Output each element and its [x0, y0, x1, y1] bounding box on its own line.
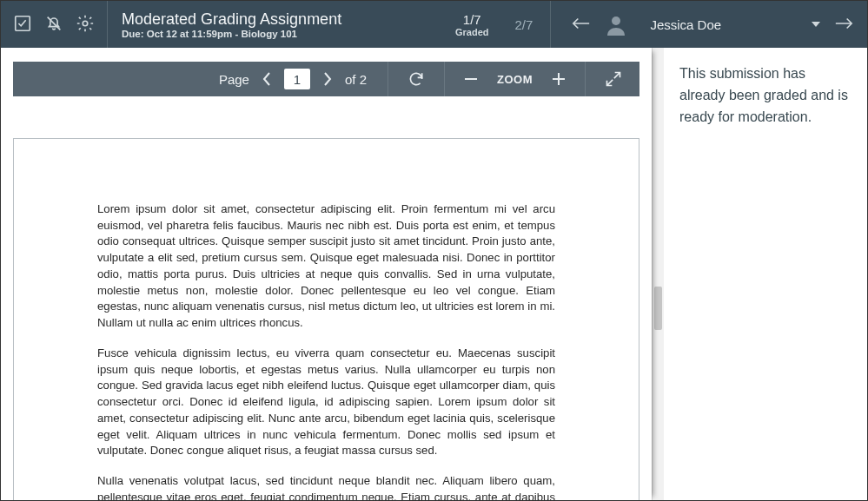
prev-page-chevron-icon[interactable] — [262, 71, 272, 87]
svg-point-2 — [83, 21, 88, 26]
prev-student-arrow-icon[interactable] — [572, 16, 591, 33]
page-number-input[interactable] — [284, 69, 310, 89]
document-paragraph: Nulla venenatis volutpat lacus, sed tinc… — [97, 473, 555, 500]
fullscreen-expand-icon[interactable] — [586, 70, 639, 88]
rotate-icon[interactable] — [388, 70, 444, 88]
document-page: Lorem ipsum dolor sit amet, consectetur … — [13, 138, 639, 500]
document-toolbar: Page of 2 — [13, 62, 639, 96]
page-label: Page — [219, 72, 249, 87]
next-page-chevron-icon[interactable] — [322, 71, 333, 87]
student-name-dropdown[interactable]: Jessica Doe — [641, 17, 798, 32]
student-name: Jessica Doe — [650, 17, 721, 32]
zoom-in-plus-icon[interactable] — [552, 72, 566, 86]
total-count: 2/7 — [515, 17, 533, 32]
student-dropdown-caret-icon[interactable] — [812, 22, 820, 27]
student-avatar-icon — [605, 13, 627, 36]
scrollbar-thumb[interactable] — [654, 287, 662, 330]
graded-count: 1/7 — [463, 12, 481, 27]
viewer-scrollbar[interactable] — [652, 48, 664, 500]
assignment-title-block: Moderated Grading Assignment Due: Oct 12… — [108, 1, 438, 48]
document-viewer: Page of 2 — [1, 48, 652, 500]
app-header: Moderated Grading Assignment Due: Oct 12… — [1, 1, 867, 48]
zoom-label: ZOOM — [497, 73, 533, 86]
moderation-message: This submission has already been graded … — [679, 63, 851, 128]
document-paragraph: Fusce vehicula dignissim lectus, eu vive… — [97, 346, 555, 459]
page-of-label: of 2 — [345, 72, 367, 87]
grading-progress: 1/7 Graded 2/7 — [438, 1, 550, 48]
document-paragraph: Lorem ipsum dolor sit amet, consectetur … — [97, 201, 555, 332]
moderation-sidebar: This submission has already been graded … — [664, 48, 867, 500]
next-student-arrow-icon[interactable] — [834, 16, 853, 33]
graded-label: Graded — [455, 27, 489, 37]
settings-gear-icon[interactable] — [76, 14, 95, 36]
svg-point-3 — [612, 16, 620, 25]
assignment-title: Moderated Grading Assignment — [122, 10, 424, 29]
assignment-subtitle: Due: Oct 12 at 11:59pm - Biology 101 — [122, 29, 424, 39]
gradebook-icon[interactable] — [13, 14, 32, 36]
zoom-out-minus-icon[interactable] — [464, 72, 478, 86]
mute-notifications-icon[interactable] — [44, 14, 63, 36]
